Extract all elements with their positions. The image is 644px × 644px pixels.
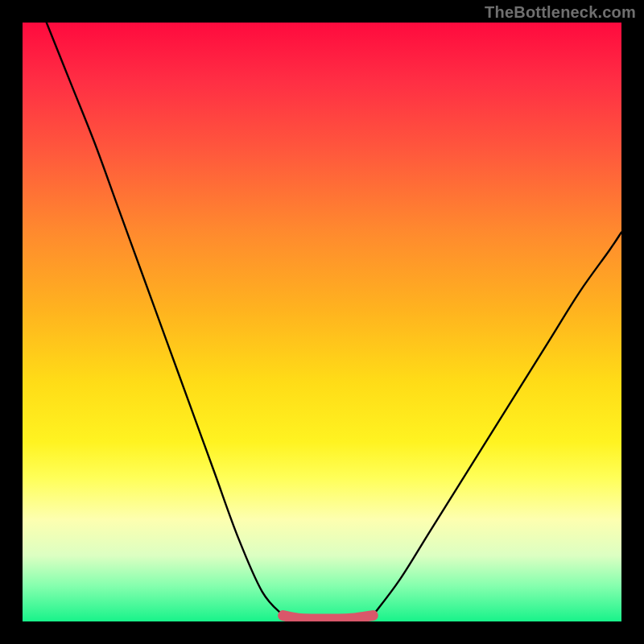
- plot-area: [23, 23, 621, 621]
- series-curve-left: [47, 23, 283, 616]
- series-group: [47, 23, 621, 619]
- chart-frame: TheBottleneck.com: [0, 0, 644, 644]
- plot-svg: [23, 23, 621, 621]
- series-highlight-band: [283, 616, 374, 620]
- series-curve-right: [373, 232, 621, 615]
- watermark-text: TheBottleneck.com: [485, 3, 636, 22]
